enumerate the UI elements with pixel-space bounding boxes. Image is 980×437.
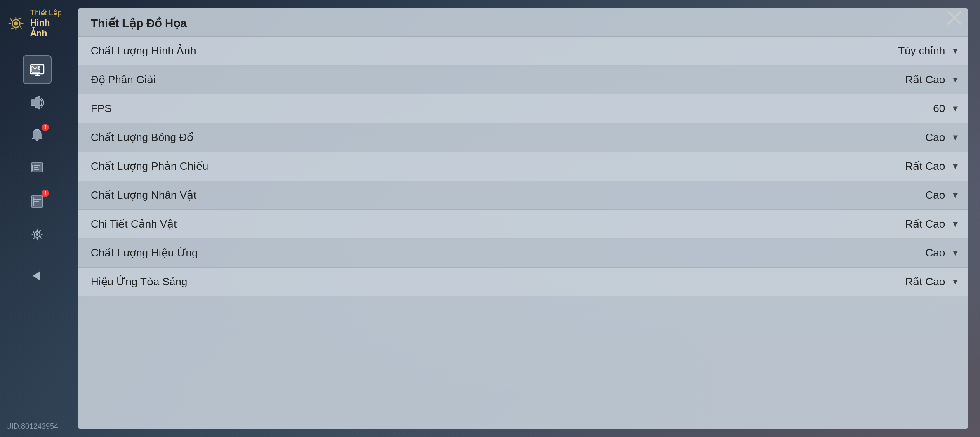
row-value-text: Rất Cao — [905, 275, 945, 288]
settings-panel: Thiết Lập Đồ Họa Chất Lượng Hình ẢnhTùy … — [78, 8, 968, 429]
dropdown-arrow-icon: ▼ — [951, 277, 959, 287]
table-row[interactable]: FPS60▼ — [78, 94, 968, 123]
sidebar: Thiết Lập Hình Ảnh — [0, 0, 74, 437]
back-icon — [29, 268, 45, 284]
row-value[interactable]: Tùy chỉnh▼ — [852, 38, 968, 63]
row-label: Chất Lượng Bóng Đổ — [78, 125, 852, 150]
audio-icon — [29, 95, 45, 110]
main-content: Thiết Lập Đồ Họa Chất Lượng Hình ẢnhTùy … — [74, 0, 980, 437]
table-row[interactable]: Chất Lượng Nhân VậtCao▼ — [78, 181, 968, 210]
row-label: FPS — [78, 96, 852, 121]
dropdown-arrow-icon: ▼ — [951, 104, 959, 113]
uid-label: UID:801243954 — [6, 422, 58, 431]
row-value[interactable]: Cao▼ — [852, 240, 968, 265]
close-icon — [944, 7, 965, 28]
table-row[interactable]: Chi Tiết Cảnh VậtRất Cao▼ — [78, 210, 968, 239]
table-row[interactable]: Hiệu Ứng Tỏa SángRất Cao▼ — [78, 268, 968, 296]
dropdown-arrow-icon: ▼ — [951, 162, 959, 171]
settings-label: Thiết Lập — [30, 8, 68, 17]
row-label: Hiệu Ứng Tỏa Sáng — [78, 269, 852, 294]
header-text: Thiết Lập Hình Ảnh — [30, 8, 68, 39]
row-value-text: Rất Cao — [905, 160, 945, 173]
sidebar-item-system[interactable] — [23, 220, 52, 249]
dropdown-arrow-icon: ▼ — [951, 133, 959, 142]
close-button[interactable] — [943, 6, 966, 29]
row-label: Chất Lượng Nhân Vật — [78, 183, 852, 208]
notification-badge: ! — [42, 124, 49, 131]
row-value-text: Rất Cao — [905, 73, 945, 86]
sidebar-item-back[interactable] — [23, 261, 52, 290]
sidebar-item-graphics[interactable] — [23, 55, 52, 84]
svg-point-15 — [32, 167, 33, 169]
row-label: Chất Lượng Phản Chiếu — [78, 154, 852, 179]
table-row[interactable]: Chất Lượng Bóng ĐổCao▼ — [78, 123, 968, 152]
table-row[interactable]: Chất Lượng Hình ẢnhTùy chỉnh▼ — [78, 37, 968, 66]
dropdown-arrow-icon: ▼ — [951, 219, 959, 229]
row-value[interactable]: Cao▼ — [852, 125, 968, 150]
row-label: Chất Lượng Hiệu Ứng — [78, 240, 852, 265]
panel-title: Thiết Lập Đồ Họa — [78, 8, 968, 37]
row-label: Chất Lượng Hình Ảnh — [78, 38, 852, 63]
dropdown-arrow-icon: ▼ — [951, 75, 959, 85]
svg-point-14 — [32, 165, 33, 167]
row-value-text: Tùy chỉnh — [898, 45, 945, 57]
dropdown-arrow-icon: ▼ — [951, 248, 959, 258]
character-icon — [29, 161, 45, 176]
svg-point-23 — [36, 233, 38, 236]
section-label: Hình Ảnh — [30, 17, 68, 39]
row-value-text: Cao — [926, 131, 945, 144]
table-row[interactable]: Độ Phân GiảiRất Cao▼ — [78, 66, 968, 94]
row-value[interactable]: Rất Cao▼ — [852, 269, 968, 294]
dropdown-arrow-icon: ▼ — [951, 190, 959, 200]
row-label: Chi Tiết Cảnh Vật — [78, 211, 852, 237]
sidebar-item-notifications[interactable]: ! — [23, 121, 52, 150]
quest-badge: ! — [42, 190, 49, 197]
row-value-text: Cao — [926, 247, 945, 259]
sidebar-items: ! — [0, 55, 74, 290]
sidebar-item-character[interactable] — [23, 154, 52, 183]
svg-point-4 — [38, 66, 40, 68]
gear-icon — [6, 13, 26, 34]
row-label: Độ Phân Giải — [78, 67, 852, 92]
dropdown-arrow-icon: ▼ — [951, 46, 959, 56]
table-row[interactable]: Chất Lượng Hiệu ỨngCao▼ — [78, 239, 968, 268]
row-value-text: Cao — [926, 189, 945, 202]
row-value-text: Rất Cao — [905, 218, 945, 230]
row-value[interactable]: Cao▼ — [852, 183, 968, 208]
table-row[interactable]: Chất Lượng Phản ChiếuRất Cao▼ — [78, 152, 968, 181]
header-title: Thiết Lập Hình Ảnh — [0, 4, 74, 43]
system-icon — [29, 227, 45, 242]
svg-point-1 — [14, 21, 18, 26]
sidebar-item-quest[interactable]: ! — [23, 187, 52, 216]
svg-rect-8 — [31, 100, 35, 106]
row-value[interactable]: Rất Cao▼ — [852, 154, 968, 179]
svg-point-16 — [32, 169, 33, 171]
settings-table[interactable]: Chất Lượng Hình ẢnhTùy chỉnh▼Độ Phân Giả… — [78, 37, 968, 429]
sidebar-item-audio[interactable] — [23, 88, 52, 117]
graphics-icon — [29, 62, 45, 78]
row-value[interactable]: Rất Cao▼ — [852, 211, 968, 237]
row-value-text: 60 — [933, 102, 945, 115]
row-value[interactable]: Rất Cao▼ — [852, 67, 968, 92]
row-value[interactable]: 60▼ — [852, 96, 968, 121]
